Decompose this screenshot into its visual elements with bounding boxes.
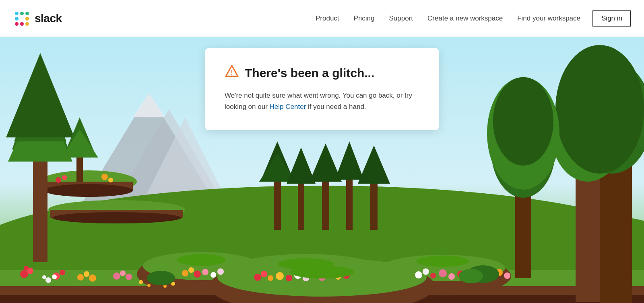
svg-point-63 — [24, 266, 29, 270]
svg-point-28 — [143, 252, 260, 280]
svg-point-79 — [182, 270, 188, 276]
error-card: ! There's been a glitch... We're not qui… — [205, 48, 439, 130]
svg-point-13 — [0, 186, 644, 303]
svg-marker-12 — [133, 93, 165, 117]
svg-point-97 — [139, 280, 143, 284]
svg-rect-52 — [600, 77, 632, 303]
svg-point-96 — [343, 272, 350, 279]
svg-point-92 — [311, 272, 317, 278]
svg-point-91 — [303, 275, 309, 281]
svg-marker-36 — [14, 73, 66, 141]
svg-rect-33 — [33, 158, 47, 262]
svg-rect-6 — [20, 22, 24, 26]
svg-rect-1 — [15, 12, 19, 15]
svg-point-72 — [113, 272, 120, 280]
svg-rect-57 — [515, 117, 531, 278]
svg-point-29 — [231, 254, 380, 285]
svg-point-30 — [380, 255, 505, 281]
svg-point-84 — [217, 268, 224, 275]
nav-pricing[interactable]: Pricing — [348, 12, 380, 25]
svg-point-26 — [225, 256, 386, 300]
nav-create-workspace[interactable]: Create a new workspace — [422, 12, 508, 25]
svg-point-86 — [261, 271, 267, 277]
sign-in-button[interactable]: Sign in — [592, 10, 631, 27]
svg-point-25 — [137, 254, 266, 294]
svg-point-60 — [493, 77, 553, 166]
svg-point-65 — [60, 270, 65, 275]
svg-point-22 — [48, 200, 185, 219]
svg-rect-53 — [576, 93, 600, 302]
svg-point-32 — [217, 258, 427, 297]
svg-rect-16 — [0, 270, 644, 303]
error-body: We're not quite sure what went wrong. Yo… — [225, 90, 419, 113]
svg-point-68 — [89, 274, 96, 282]
svg-rect-3 — [25, 12, 29, 15]
svg-point-119 — [290, 266, 354, 278]
main-nav: Product Pricing Support Create a new wor… — [310, 10, 631, 27]
svg-point-74 — [126, 274, 132, 280]
svg-point-106 — [448, 273, 455, 280]
svg-point-21 — [44, 184, 133, 197]
svg-point-61 — [20, 270, 28, 278]
nav-product[interactable]: Product — [310, 12, 345, 25]
svg-rect-2 — [20, 12, 24, 15]
svg-rect-0 — [15, 17, 19, 20]
svg-point-76 — [62, 175, 67, 180]
svg-point-24 — [52, 212, 181, 223]
svg-point-75 — [56, 177, 61, 183]
svg-point-77 — [101, 174, 108, 180]
svg-point-15 — [463, 214, 644, 303]
logo[interactable]: slack — [13, 10, 62, 27]
svg-point-104 — [430, 273, 436, 278]
svg-point-99 — [155, 281, 159, 285]
svg-marker-37 — [6, 53, 74, 137]
svg-point-101 — [171, 282, 175, 286]
svg-point-82 — [202, 269, 208, 275]
svg-point-100 — [163, 285, 167, 288]
svg-point-98 — [147, 284, 151, 287]
svg-point-85 — [254, 274, 261, 281]
warning-icon: ! — [225, 64, 239, 82]
svg-rect-44 — [298, 182, 304, 230]
svg-marker-45 — [287, 147, 316, 184]
svg-rect-20 — [44, 182, 133, 190]
svg-point-113 — [504, 272, 510, 279]
svg-marker-11 — [141, 117, 229, 206]
help-center-link[interactable]: Help Center — [270, 103, 306, 111]
svg-rect-41 — [274, 178, 281, 230]
nav-find-workspace[interactable]: Find your workspace — [512, 12, 586, 25]
svg-point-103 — [423, 268, 429, 275]
svg-rect-23 — [50, 210, 183, 218]
error-title-row: ! There's been a glitch... — [225, 64, 419, 82]
svg-point-54 — [572, 61, 644, 174]
svg-point-110 — [480, 268, 486, 274]
svg-point-114 — [467, 265, 499, 283]
svg-point-90 — [294, 272, 301, 279]
svg-point-93 — [318, 274, 326, 281]
svg-point-56 — [555, 45, 644, 174]
svg-point-19 — [40, 170, 137, 193]
svg-point-107 — [457, 270, 464, 278]
svg-point-95 — [335, 274, 341, 280]
svg-marker-49 — [335, 141, 364, 180]
svg-rect-48 — [346, 178, 353, 230]
svg-marker-51 — [358, 145, 390, 184]
nav-support[interactable]: Support — [384, 12, 419, 25]
svg-rect-50 — [370, 182, 378, 230]
svg-point-59 — [487, 77, 559, 190]
svg-point-88 — [276, 272, 284, 280]
svg-marker-42 — [261, 141, 293, 180]
logo-text: slack — [35, 12, 62, 25]
svg-rect-17 — [0, 286, 644, 303]
svg-point-115 — [459, 269, 483, 283]
svg-marker-10 — [80, 93, 217, 206]
svg-point-102 — [415, 271, 422, 278]
svg-rect-38 — [76, 154, 83, 182]
svg-point-94 — [327, 271, 333, 277]
svg-point-109 — [471, 270, 479, 278]
svg-point-108 — [466, 274, 472, 280]
svg-point-55 — [551, 85, 624, 182]
svg-point-117 — [177, 254, 225, 266]
svg-point-66 — [77, 274, 84, 280]
svg-point-81 — [194, 270, 201, 278]
